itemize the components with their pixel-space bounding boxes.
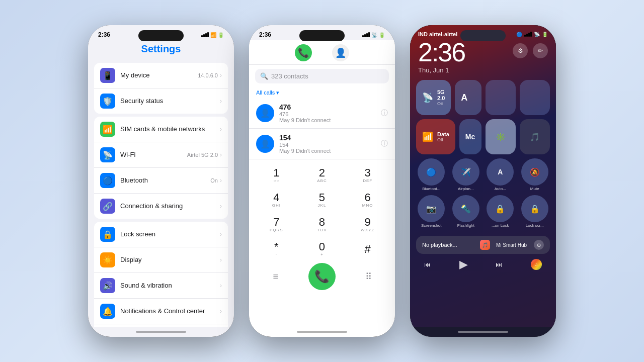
cc-music-tile[interactable]: 🎵: [520, 119, 550, 154]
cc-small-1[interactable]: [486, 80, 516, 115]
dial-key-9[interactable]: 9WXYZ: [345, 213, 390, 236]
cc-lockscreen-circle-wrap: 🔒 Lock scr...: [521, 195, 548, 228]
dial-key-3[interactable]: 3DEF: [345, 163, 390, 187]
call-status-154: May 9 Didn't connect: [279, 148, 381, 154]
settings-item-notifications[interactable]: 🔔 Notifications & Control center ›: [94, 299, 228, 324]
sound-label: Sound & vibration: [120, 282, 220, 290]
dial-key-1[interactable]: 1○○: [254, 163, 299, 187]
dial-key-7[interactable]: 7PQRS: [254, 213, 299, 236]
dial-key-2[interactable]: 2ABC: [300, 163, 345, 187]
dial-key-4[interactable]: 4GHI: [254, 188, 299, 212]
settings-item-mydevice[interactable]: 📱 My device 14.0.6.0 ›: [94, 63, 228, 88]
status-icons-3: 🔵 📡 🔋: [516, 32, 548, 37]
cc-lockscreen-circle[interactable]: 🔒: [521, 195, 548, 222]
cc-wifi-tile[interactable]: 📡 5G 2.0 On: [416, 80, 451, 115]
media-prev-btn[interactable]: ⏮: [424, 260, 431, 268]
security-chevron: ›: [220, 98, 222, 105]
settings-item-bluetooth[interactable]: 🔵 Bluetooth On ›: [94, 168, 228, 194]
battery-2-icon: 🔋: [379, 32, 385, 38]
cc-flashlight-circle-wrap: 🔦 Flashlight: [452, 195, 479, 228]
cc-auto-tile[interactable]: A: [455, 80, 481, 115]
call-filter[interactable]: All calls ▾: [249, 87, 395, 98]
settings-item-lockscreen[interactable]: 🔒 Lock screen ›: [94, 222, 228, 247]
media-text: No playback...: [422, 242, 474, 248]
settings-item-wifi[interactable]: 📡 Wi-Fi Airtel 5G 2.0 ›: [94, 142, 228, 168]
home-indicator-1: [88, 327, 234, 337]
dial-key-5[interactable]: 5JKL: [300, 188, 345, 212]
call-status-476: May 9 Didn't connect: [279, 117, 381, 123]
cc-auto-circle-wrap: A Auto...: [487, 158, 514, 191]
call-button[interactable]: 📞: [308, 263, 336, 290]
lock-time-display: 2:36: [418, 39, 465, 65]
settings-item-connection[interactable]: 🔗 Connection & sharing ›: [94, 194, 228, 219]
signal-3-icon: [524, 32, 532, 37]
display-chevron: ›: [220, 256, 222, 263]
dial-key-hash[interactable]: #: [345, 237, 390, 261]
cc-airplane-circle-wrap: ✈️ Airplan...: [452, 158, 479, 191]
cc-circles-2: 📷 Screenshot 🔦 Flashlight 🔒: [416, 195, 550, 228]
cc-mc-tile[interactable]: Mc: [459, 119, 481, 154]
camera-icon[interactable]: ⚙: [513, 43, 528, 58]
time-1: 2:36: [98, 31, 110, 38]
call-item-154[interactable]: 👤 154 154 May 9 Didn't connect ⓘ: [249, 129, 395, 159]
cc-flashlight-circle[interactable]: 🔦: [452, 195, 479, 222]
wifi-icon: 📶: [210, 32, 216, 38]
cc-brightness-tile[interactable]: ✳️: [486, 119, 516, 154]
status-icons-1: 📶 🔋: [201, 32, 224, 38]
tab-dialer[interactable]: 📞: [295, 44, 312, 61]
display-icon: ☀️: [100, 252, 115, 267]
wifi-label: Wi-Fi: [120, 151, 187, 159]
cc-bluetooth-circle[interactable]: 🔵: [418, 158, 445, 186]
settings-item-display[interactable]: ☀️ Display ›: [94, 247, 228, 273]
cc-mute-circle[interactable]: 🔕: [521, 158, 548, 186]
media-app: 🎵: [477, 240, 493, 250]
cc-row-1: 📡 5G 2.0 On A: [416, 80, 550, 115]
dial-key-8[interactable]: 8TUV: [300, 213, 345, 236]
cc-lock-on-circle-wrap: 🔒 ...on Lock: [487, 195, 514, 228]
call-btn-wrap: 📞: [308, 263, 336, 290]
call-item-476[interactable]: 👤 476 476 May 9 Didn't connect ⓘ: [249, 98, 395, 129]
music-app-icon: ♫: [531, 259, 542, 270]
tab-contacts[interactable]: 👤: [332, 44, 349, 61]
home-indicator-2: [249, 327, 395, 337]
cc-auto-circle[interactable]: A: [487, 158, 514, 186]
music-icon: 🎵: [530, 132, 540, 142]
status-icons-2: 📡 🔋: [362, 32, 385, 38]
media-next-btn[interactable]: ⏭: [496, 260, 503, 268]
media-play-btn[interactable]: ▶: [459, 258, 468, 271]
settings-item-sim[interactable]: 📶 SIM cards & mobile networks ›: [94, 117, 228, 142]
app-icon: 🎵: [480, 240, 490, 250]
settings-item-sound[interactable]: 🔊 Sound & vibration ›: [94, 273, 228, 299]
cc-row-2: 📶 Data Off Mc ✳️ 🎵: [416, 119, 550, 154]
dial-key-6[interactable]: 6MNO: [345, 188, 390, 212]
dial-key-star[interactable]: *·: [254, 237, 299, 261]
mydevice-icon: 📱: [100, 68, 115, 83]
dial-menu-btn[interactable]: ≡: [266, 266, 286, 287]
contacts-search[interactable]: 🔍 323 contacts: [255, 69, 389, 83]
edit-icon[interactable]: ✏: [533, 43, 548, 58]
connection-icon: 🔗: [100, 199, 115, 214]
cc-bluetooth-circle-wrap: 🔵 Bluetoot...: [418, 158, 445, 191]
dial-grid-btn[interactable]: ⠿: [358, 266, 378, 287]
bluetooth-value: On: [210, 177, 218, 184]
data-cc-text: Data Off: [437, 131, 449, 142]
time-2: 2:36: [259, 31, 271, 38]
cc-lock-on-circle[interactable]: 🔒: [487, 195, 514, 222]
cc-screenshot-circle[interactable]: 📷: [418, 195, 445, 222]
settings-item-security[interactable]: 🛡️ Security status ›: [94, 88, 228, 114]
data-cc-icon: 📶: [422, 131, 433, 142]
settings-section-network: 📶 SIM cards & mobile networks › 📡 Wi-Fi …: [94, 117, 228, 219]
call-info-154[interactable]: ⓘ: [381, 139, 388, 148]
notifications-chevron: ›: [220, 308, 222, 315]
cc-flashlight-icon: 🔦: [461, 204, 471, 214]
call-info-476[interactable]: ⓘ: [381, 109, 388, 118]
cc-airplane-circle[interactable]: ✈️: [452, 158, 479, 186]
notch-2: [299, 30, 345, 41]
settings-section-top: 📱 My device 14.0.6.0 › 🛡️ Security statu…: [94, 63, 228, 114]
dial-key-0[interactable]: 0+: [300, 237, 345, 261]
mydevice-chevron: ›: [220, 72, 222, 79]
connection-label: Connection & sharing: [120, 202, 220, 211]
cc-data-tile[interactable]: 📶 Data Off: [416, 119, 455, 154]
auto-cc-icon: A: [461, 93, 467, 103]
cc-small-2[interactable]: [520, 80, 550, 115]
